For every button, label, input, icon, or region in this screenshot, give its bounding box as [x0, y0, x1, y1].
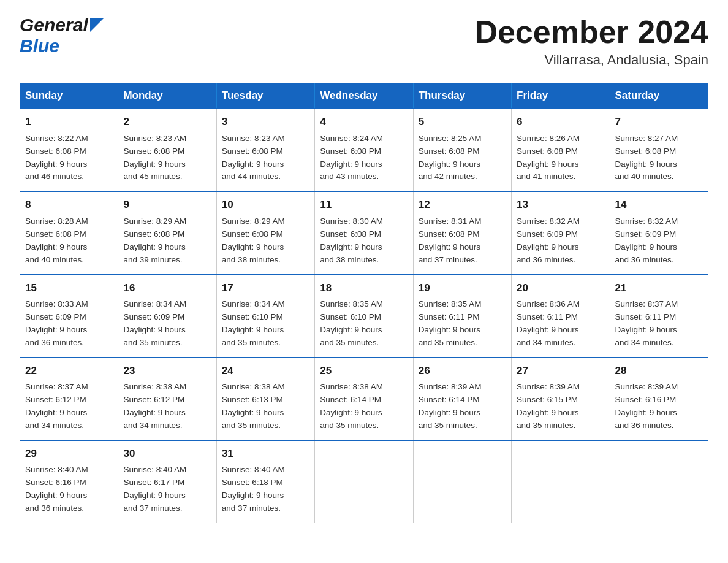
- calendar-week-row: 29Sunrise: 8:40 AMSunset: 6:16 PMDayligh…: [20, 440, 708, 523]
- day-number: 4: [320, 114, 408, 130]
- day-number: 7: [615, 114, 703, 130]
- day-number: 9: [123, 197, 211, 213]
- day-info: Sunrise: 8:34 AMSunset: 6:10 PMDaylight:…: [222, 298, 309, 350]
- day-number: 13: [517, 197, 604, 213]
- day-info: Sunrise: 8:39 AMSunset: 6:15 PMDaylight:…: [517, 381, 604, 432]
- day-info: Sunrise: 8:27 AMSunset: 6:08 PMDaylight:…: [615, 132, 703, 184]
- day-number: 3: [222, 114, 309, 130]
- day-number: 22: [25, 363, 113, 379]
- day-info: Sunrise: 8:37 AMSunset: 6:12 PMDaylight:…: [25, 381, 113, 432]
- calendar-day-cell: 28Sunrise: 8:39 AMSunset: 6:16 PMDayligh…: [610, 358, 708, 440]
- day-number: 28: [615, 363, 703, 379]
- calendar-day-cell: 15Sunrise: 8:33 AMSunset: 6:09 PMDayligh…: [20, 275, 118, 358]
- calendar-day-cell: 7Sunrise: 8:27 AMSunset: 6:08 PMDaylight…: [610, 109, 708, 191]
- day-number: 19: [419, 280, 506, 296]
- calendar-day-cell: [413, 440, 511, 523]
- day-number: 14: [615, 197, 703, 213]
- day-info: Sunrise: 8:26 AMSunset: 6:08 PMDaylight:…: [517, 132, 604, 184]
- calendar-day-cell: 22Sunrise: 8:37 AMSunset: 6:12 PMDayligh…: [20, 358, 118, 440]
- calendar-day-cell: 29Sunrise: 8:40 AMSunset: 6:16 PMDayligh…: [20, 440, 118, 523]
- calendar-day-cell: 13Sunrise: 8:32 AMSunset: 6:09 PMDayligh…: [512, 191, 610, 274]
- calendar-header-cell: Monday: [118, 83, 216, 109]
- page-title: December 2024: [474, 15, 708, 50]
- page-header: General Blue December 2024 Villarrasa, A…: [20, 15, 708, 68]
- day-number: 31: [222, 446, 309, 462]
- day-info: Sunrise: 8:29 AMSunset: 6:08 PMDaylight:…: [222, 215, 309, 267]
- calendar-header-row: SundayMondayTuesdayWednesdayThursdayFrid…: [20, 83, 708, 109]
- day-info: Sunrise: 8:40 AMSunset: 6:18 PMDaylight:…: [222, 464, 309, 515]
- day-info: Sunrise: 8:35 AMSunset: 6:11 PMDaylight:…: [419, 298, 506, 350]
- day-number: 26: [419, 363, 506, 379]
- title-block: December 2024 Villarrasa, Andalusia, Spa…: [474, 15, 708, 68]
- day-info: Sunrise: 8:32 AMSunset: 6:09 PMDaylight:…: [615, 215, 703, 267]
- day-info: Sunrise: 8:38 AMSunset: 6:13 PMDaylight:…: [222, 381, 309, 432]
- day-info: Sunrise: 8:40 AMSunset: 6:17 PMDaylight:…: [123, 464, 211, 515]
- calendar-day-cell: 9Sunrise: 8:29 AMSunset: 6:08 PMDaylight…: [118, 191, 216, 274]
- day-info: Sunrise: 8:35 AMSunset: 6:10 PMDaylight:…: [320, 298, 408, 350]
- day-number: 11: [320, 197, 408, 213]
- calendar-day-cell: [512, 440, 610, 523]
- calendar-day-cell: 14Sunrise: 8:32 AMSunset: 6:09 PMDayligh…: [610, 191, 708, 274]
- day-number: 18: [320, 280, 408, 296]
- calendar-day-cell: [610, 440, 708, 523]
- svg-marker-0: [90, 18, 104, 32]
- calendar-header-cell: Wednesday: [315, 83, 413, 109]
- calendar-day-cell: 6Sunrise: 8:26 AMSunset: 6:08 PMDaylight…: [512, 109, 610, 191]
- day-info: Sunrise: 8:24 AMSunset: 6:08 PMDaylight:…: [320, 132, 408, 184]
- page-subtitle: Villarrasa, Andalusia, Spain: [474, 52, 708, 68]
- calendar-day-cell: [315, 440, 413, 523]
- day-number: 24: [222, 363, 309, 379]
- calendar-week-row: 22Sunrise: 8:37 AMSunset: 6:12 PMDayligh…: [20, 358, 708, 440]
- day-info: Sunrise: 8:29 AMSunset: 6:08 PMDaylight:…: [123, 215, 211, 267]
- day-number: 6: [517, 114, 604, 130]
- day-info: Sunrise: 8:40 AMSunset: 6:16 PMDaylight:…: [25, 464, 113, 515]
- calendar-header-cell: Sunday: [20, 83, 118, 109]
- day-number: 25: [320, 363, 408, 379]
- calendar-day-cell: 3Sunrise: 8:23 AMSunset: 6:08 PMDaylight…: [216, 109, 314, 191]
- day-number: 8: [25, 197, 113, 213]
- calendar-week-row: 8Sunrise: 8:28 AMSunset: 6:08 PMDaylight…: [20, 191, 708, 274]
- day-number: 17: [222, 280, 309, 296]
- calendar-day-cell: 30Sunrise: 8:40 AMSunset: 6:17 PMDayligh…: [118, 440, 216, 523]
- calendar-day-cell: 12Sunrise: 8:31 AMSunset: 6:08 PMDayligh…: [413, 191, 511, 274]
- day-number: 15: [25, 280, 113, 296]
- calendar-header: SundayMondayTuesdayWednesdayThursdayFrid…: [20, 83, 708, 109]
- day-info: Sunrise: 8:32 AMSunset: 6:09 PMDaylight:…: [517, 215, 604, 267]
- calendar-day-cell: 8Sunrise: 8:28 AMSunset: 6:08 PMDaylight…: [20, 191, 118, 274]
- calendar-day-cell: 20Sunrise: 8:36 AMSunset: 6:11 PMDayligh…: [512, 275, 610, 358]
- calendar-day-cell: 10Sunrise: 8:29 AMSunset: 6:08 PMDayligh…: [216, 191, 314, 274]
- calendar-day-cell: 2Sunrise: 8:23 AMSunset: 6:08 PMDaylight…: [118, 109, 216, 191]
- logo: General Blue: [20, 15, 104, 56]
- day-info: Sunrise: 8:38 AMSunset: 6:12 PMDaylight:…: [123, 381, 211, 432]
- logo-general-text: General: [20, 15, 88, 36]
- calendar-day-cell: 17Sunrise: 8:34 AMSunset: 6:10 PMDayligh…: [216, 275, 314, 358]
- calendar-day-cell: 19Sunrise: 8:35 AMSunset: 6:11 PMDayligh…: [413, 275, 511, 358]
- day-info: Sunrise: 8:39 AMSunset: 6:16 PMDaylight:…: [615, 381, 703, 432]
- day-info: Sunrise: 8:25 AMSunset: 6:08 PMDaylight:…: [419, 132, 506, 184]
- day-number: 10: [222, 197, 309, 213]
- calendar-header-cell: Friday: [512, 83, 610, 109]
- day-info: Sunrise: 8:22 AMSunset: 6:08 PMDaylight:…: [25, 132, 113, 184]
- day-info: Sunrise: 8:31 AMSunset: 6:08 PMDaylight:…: [419, 215, 506, 267]
- day-info: Sunrise: 8:38 AMSunset: 6:14 PMDaylight:…: [320, 381, 408, 432]
- calendar-header-cell: Tuesday: [216, 83, 314, 109]
- day-number: 12: [419, 197, 506, 213]
- day-number: 30: [123, 446, 211, 462]
- logo-blue-text: Blue: [20, 36, 59, 56]
- calendar-week-row: 15Sunrise: 8:33 AMSunset: 6:09 PMDayligh…: [20, 275, 708, 358]
- calendar-day-cell: 27Sunrise: 8:39 AMSunset: 6:15 PMDayligh…: [512, 358, 610, 440]
- day-number: 23: [123, 363, 211, 379]
- calendar-day-cell: 11Sunrise: 8:30 AMSunset: 6:08 PMDayligh…: [315, 191, 413, 274]
- calendar-day-cell: 21Sunrise: 8:37 AMSunset: 6:11 PMDayligh…: [610, 275, 708, 358]
- day-number: 29: [25, 446, 113, 462]
- calendar-day-cell: 24Sunrise: 8:38 AMSunset: 6:13 PMDayligh…: [216, 358, 314, 440]
- day-info: Sunrise: 8:23 AMSunset: 6:08 PMDaylight:…: [123, 132, 211, 184]
- calendar-day-cell: 5Sunrise: 8:25 AMSunset: 6:08 PMDaylight…: [413, 109, 511, 191]
- day-info: Sunrise: 8:37 AMSunset: 6:11 PMDaylight:…: [615, 298, 703, 350]
- calendar-day-cell: 25Sunrise: 8:38 AMSunset: 6:14 PMDayligh…: [315, 358, 413, 440]
- day-number: 27: [517, 363, 604, 379]
- calendar-header-cell: Saturday: [610, 83, 708, 109]
- day-info: Sunrise: 8:30 AMSunset: 6:08 PMDaylight:…: [320, 215, 408, 267]
- calendar-table: SundayMondayTuesdayWednesdayThursdayFrid…: [20, 83, 708, 523]
- day-number: 20: [517, 280, 604, 296]
